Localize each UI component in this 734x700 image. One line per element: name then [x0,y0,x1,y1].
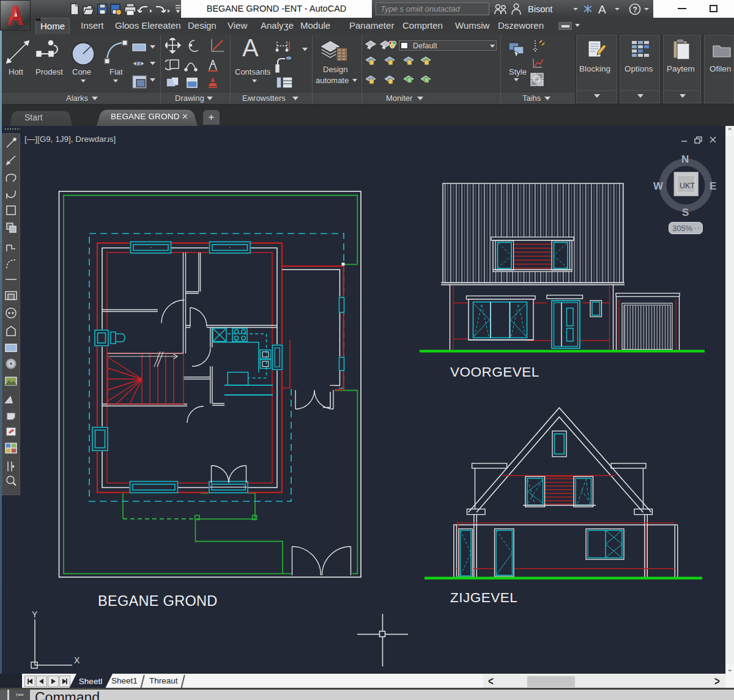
svg-text:ZIJGEVEL: ZIJGEVEL [450,590,517,605]
svg-text:Y: Y [32,610,38,619]
svg-text:Bisont: Bisont [528,4,552,14]
svg-text:X: X [74,655,80,665]
svg-text:4: 4 [382,45,385,50]
svg-text:E: E [710,180,716,192]
svg-text:BEGANE GROND: BEGANE GROND [98,593,218,609]
svg-text:UKT: UKT [680,182,695,190]
svg-text:N: N [681,153,689,165]
svg-text:W: W [653,180,664,192]
svg-text:S: S [682,207,689,218]
svg-text:[—][G9, 1J9], Drewdarɹs]: [—][G9, 1J9], Drewdarɹs] [24,134,116,144]
svg-text:4: 4 [368,45,371,50]
svg-text:A: A [598,3,606,16]
svg-text:VOORGEVEL: VOORGEVEL [450,364,539,380]
svg-text:?: ? [633,6,637,14]
svg-text:305%: 305% [672,224,693,233]
